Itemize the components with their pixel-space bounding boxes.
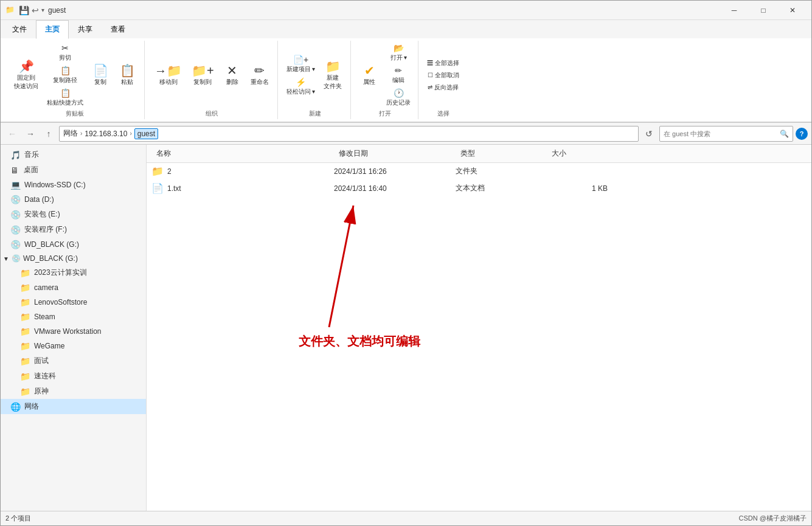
new-folder-icon: 📁 bbox=[325, 60, 341, 72]
sidebar-item-c-drive[interactable]: 💻 Windows-SSD (C:) bbox=[1, 178, 146, 192]
sidebar-item-label: WD_BLACK (G:) bbox=[23, 254, 78, 263]
move-to-button[interactable]: →📁 移动到 bbox=[151, 62, 186, 89]
cut-button[interactable]: ✂ 剪切 bbox=[44, 42, 86, 63]
properties-button[interactable]: ✔ 属性 bbox=[357, 62, 381, 89]
pin-quick-access-button[interactable]: 📌 固定到快速访问 bbox=[10, 58, 42, 93]
tab-home[interactable]: 主页 bbox=[36, 20, 69, 39]
ribbon-group-clipboard: 📌 固定到快速访问 ✂ 剪切 📋 复制路径 📋 bbox=[5, 41, 145, 119]
sidebar-section-wd-black[interactable]: ▼ 💿 WD_BLACK (G:) bbox=[1, 252, 146, 265]
col-header-name[interactable]: 名称 bbox=[151, 147, 334, 160]
sidebar-item-label: 安装包 (E:) bbox=[24, 209, 60, 220]
new-folder-button[interactable]: 📁 新建文件夹 bbox=[320, 58, 345, 93]
history-icon: 🕐 bbox=[394, 88, 404, 98]
maximize-button[interactable]: □ bbox=[749, 2, 777, 19]
sidebar-item-e-drive[interactable]: 💿 安装包 (E:) bbox=[1, 207, 146, 222]
file-list: 📁 2 2024/1/31 16:26 文件夹 📄 1.txt 2024/1/3… bbox=[147, 163, 811, 511]
folder-cloud-icon: 📁 bbox=[20, 268, 30, 278]
copy-path-icon: 📋 bbox=[60, 66, 71, 75]
path-network[interactable]: 网络 bbox=[63, 128, 78, 139]
file-size: 1 KB bbox=[547, 184, 608, 193]
file-date: 2024/1/31 16:40 bbox=[334, 184, 456, 193]
tab-share[interactable]: 共享 bbox=[69, 20, 102, 39]
sidebar-item-label: 原神 bbox=[34, 386, 49, 396]
history-button[interactable]: 🕐 历史记录 bbox=[384, 87, 413, 108]
forward-button[interactable]: → bbox=[23, 126, 38, 142]
rename-button[interactable]: ✏ 重命名 bbox=[247, 62, 272, 89]
expand-icon: ▼ bbox=[3, 255, 9, 262]
col-header-type[interactable]: 类型 bbox=[456, 147, 547, 160]
col-header-size[interactable]: 大小 bbox=[547, 147, 608, 160]
organize-items: →📁 移动到 📁+ 复制到 ✕ 删除 ✏ 重命名 bbox=[151, 42, 272, 108]
sidebar-item-network[interactable]: 🌐 网络 bbox=[1, 399, 146, 414]
paste-button[interactable]: 📋 粘贴 bbox=[115, 62, 139, 89]
sidebar-item-cloud[interactable]: 📁 2023云计算实训 bbox=[1, 265, 146, 280]
quick-access-toolbar: 💾 ↩ ▾ bbox=[19, 5, 44, 15]
open-label: 打开 bbox=[379, 109, 391, 118]
sidebar-item-g-drive-1[interactable]: 💿 WD_BLACK (G:) bbox=[1, 237, 146, 252]
new-item-button[interactable]: 📄+ 新建项目 ▾ bbox=[284, 54, 318, 75]
path-guest[interactable]: guest bbox=[134, 128, 158, 139]
edit-button[interactable]: ✏ 编辑 bbox=[384, 64, 413, 86]
sidebar-item-sulianka[interactable]: 📁 速连科 bbox=[1, 369, 146, 384]
copy-path-button[interactable]: 📋 复制路径 bbox=[44, 64, 86, 86]
ribbon-group-new: 📄+ 新建项目 ▾ ⚡ 轻松访问 ▾ 📁 新建文件夹 新建 bbox=[279, 41, 352, 119]
back-button[interactable]: ← bbox=[4, 126, 20, 142]
copy-to-button[interactable]: 📁+ 复制到 bbox=[188, 62, 218, 89]
quick-save-icon[interactable]: 💾 bbox=[19, 5, 29, 15]
help-button[interactable]: ? bbox=[796, 128, 808, 140]
delete-button[interactable]: ✕ 删除 bbox=[220, 62, 245, 89]
tab-file[interactable]: 文件 bbox=[3, 20, 36, 39]
title-bar-left: 📁 💾 ↩ ▾ guest bbox=[5, 5, 66, 15]
sidebar-item-desktop[interactable]: 🖥 桌面 bbox=[1, 162, 146, 178]
annotation-text: 文件夹、文档均可编辑 bbox=[299, 333, 420, 350]
file-list-header: 名称 修改日期 类型 大小 bbox=[147, 145, 811, 163]
close-button[interactable]: ✕ bbox=[779, 2, 807, 19]
ribbon: 文件 主页 共享 查看 📌 固定到快速访问 ✂ 剪切 bbox=[1, 20, 811, 123]
table-row[interactable]: 📁 2 2024/1/31 16:26 文件夹 bbox=[147, 163, 811, 180]
search-input[interactable] bbox=[664, 130, 777, 137]
sidebar-item-label: 安装程序 (F:) bbox=[24, 224, 67, 235]
up-button[interactable]: ↑ bbox=[41, 126, 57, 142]
sidebar-item-d-drive[interactable]: 💿 Data (D:) bbox=[1, 192, 146, 207]
path-ip[interactable]: 192.168.3.10 bbox=[85, 130, 127, 138]
sidebar-item-label: 2023云计算实训 bbox=[34, 268, 87, 278]
address-path[interactable]: 网络 › 192.168.3.10 › guest bbox=[59, 126, 639, 142]
sidebar-item-lenovo[interactable]: 📁 LenovoSoftstore bbox=[1, 295, 146, 310]
invert-select-button[interactable]: ⇌ 反向选择 bbox=[425, 82, 462, 93]
refresh-button[interactable]: ↺ bbox=[641, 126, 657, 142]
sidebar-item-yuanshen[interactable]: 📁 原神 bbox=[1, 384, 146, 399]
ribbon-group-open: ✔ 属性 📂 打开 ▾ ✏ 编辑 🕐 bbox=[352, 41, 418, 119]
sidebar-item-f-drive[interactable]: 💿 安装程序 (F:) bbox=[1, 222, 146, 237]
select-all-button[interactable]: ☰ 全部选择 bbox=[425, 58, 462, 69]
search-box[interactable]: 🔍 bbox=[659, 126, 793, 142]
title-bar: 📁 💾 ↩ ▾ guest ─ □ ✕ bbox=[1, 1, 811, 20]
file-area: 名称 修改日期 类型 大小 📁 2 2024/1/31 16:26 文件夹 bbox=[147, 145, 811, 511]
open-button[interactable]: 📂 打开 ▾ bbox=[384, 42, 413, 63]
paste-shortcut-button[interactable]: 📋 粘贴快捷方式 bbox=[44, 87, 86, 108]
undo-icon[interactable]: ↩ bbox=[32, 5, 39, 15]
address-bar: ← → ↑ 网络 › 192.168.3.10 › guest ↺ 🔍 ? bbox=[1, 123, 811, 145]
sidebar-item-wegame[interactable]: 📁 WeGame bbox=[1, 339, 146, 353]
col-header-date[interactable]: 修改日期 bbox=[334, 147, 456, 160]
easy-access-button[interactable]: ⚡ 轻松访问 ▾ bbox=[284, 76, 318, 97]
sidebar-item-steam[interactable]: 📁 Steam bbox=[1, 310, 146, 324]
folder-lenovo-icon: 📁 bbox=[20, 297, 30, 307]
sidebar-item-music[interactable]: 🎵 音乐 bbox=[1, 147, 146, 162]
copy-button[interactable]: 📄 复制 bbox=[88, 62, 113, 89]
drive-d-icon: 💿 bbox=[10, 195, 21, 204]
main-area: 🎵 音乐 🖥 桌面 💻 Windows-SSD (C:) 💿 Data (D:)… bbox=[1, 145, 811, 511]
dropdown-icon[interactable]: ▾ bbox=[41, 7, 44, 13]
sidebar-item-vmware[interactable]: 📁 VMware Workstation bbox=[1, 324, 146, 339]
status-bar: 2 个项目 CSDN @橘子皮湖橘子 bbox=[1, 511, 811, 525]
copy-to-icon: 📁+ bbox=[192, 64, 214, 77]
sidebar-item-interview[interactable]: 📁 面试 bbox=[1, 353, 146, 369]
select-none-button[interactable]: ☐ 全部取消 bbox=[425, 70, 462, 81]
ribbon-content: 📌 固定到快速访问 ✂ 剪切 📋 复制路径 📋 bbox=[1, 38, 811, 122]
minimize-button[interactable]: ─ bbox=[720, 2, 748, 19]
table-row[interactable]: 📄 1.txt 2024/1/31 16:40 文本文档 1 KB bbox=[147, 180, 811, 197]
tab-view[interactable]: 查看 bbox=[102, 20, 134, 39]
sidebar-item-camera[interactable]: 📁 camera bbox=[1, 280, 146, 295]
window-title: guest bbox=[48, 6, 66, 15]
ribbon-group-select: ☰ 全部选择 ☐ 全部取消 ⇌ 反向选择 选择 bbox=[420, 41, 467, 119]
new-items: 📄+ 新建项目 ▾ ⚡ 轻松访问 ▾ 📁 新建文件夹 bbox=[284, 42, 346, 108]
